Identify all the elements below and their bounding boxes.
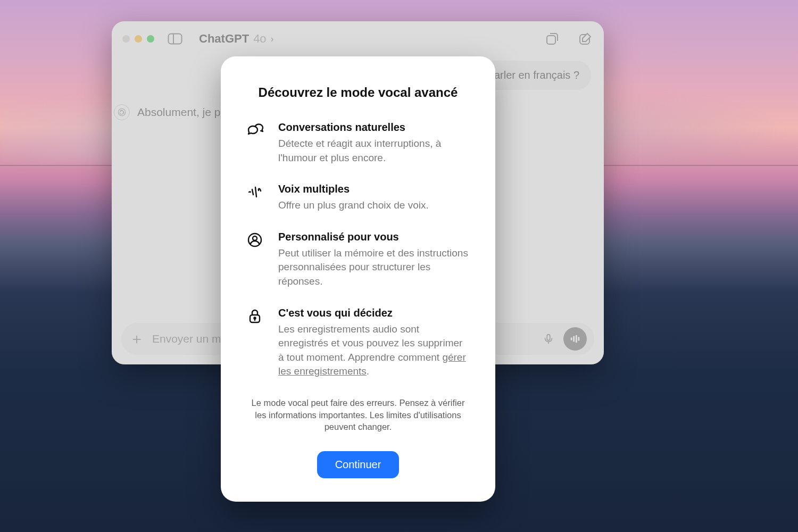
lock-icon bbox=[245, 307, 264, 379]
continue-button[interactable]: Continuer bbox=[317, 451, 400, 478]
feature-multiple-voices: Voix multiples Offre un plus grand choix… bbox=[245, 183, 471, 213]
desktop-wallpaper: ChatGPT 4o › parler en français ? Absolu… bbox=[0, 0, 798, 532]
feature-title: Personnalisé pour vous bbox=[278, 231, 471, 243]
soundwave-icon bbox=[245, 183, 264, 213]
feature-desc: Les enregistrements audio sont enregistr… bbox=[278, 322, 471, 379]
feature-title: Voix multiples bbox=[278, 183, 429, 195]
feature-desc: Détecte et réagit aux interruptions, à l… bbox=[278, 137, 471, 165]
modal-disclaimer: Le mode vocal peut faire des erreurs. Pe… bbox=[245, 397, 471, 433]
chat-bubbles-icon bbox=[245, 121, 264, 165]
voice-mode-intro-modal: Découvrez le mode vocal avancé Conversat… bbox=[221, 56, 495, 502]
svg-point-11 bbox=[253, 236, 257, 240]
feature-title: C'est vous qui décidez bbox=[278, 307, 471, 319]
feature-desc-prefix: Les enregistrements audio sont enregistr… bbox=[278, 323, 462, 363]
modal-title: Découvrez le mode vocal avancé bbox=[245, 85, 471, 100]
feature-you-decide: C'est vous qui décidez Les enregistremen… bbox=[245, 307, 471, 379]
feature-desc: Peut utiliser la mémoire et des instruct… bbox=[278, 246, 471, 289]
feature-desc: Offre un plus grand choix de voix. bbox=[278, 198, 429, 213]
feature-natural-conversations: Conversations naturelles Détecte et réag… bbox=[245, 121, 471, 165]
person-circle-icon bbox=[245, 231, 264, 289]
feature-title: Conversations naturelles bbox=[278, 121, 471, 134]
feature-desc-suffix: . bbox=[367, 365, 369, 377]
feature-personalized: Personnalisé pour vous Peut utiliser la … bbox=[245, 231, 471, 289]
